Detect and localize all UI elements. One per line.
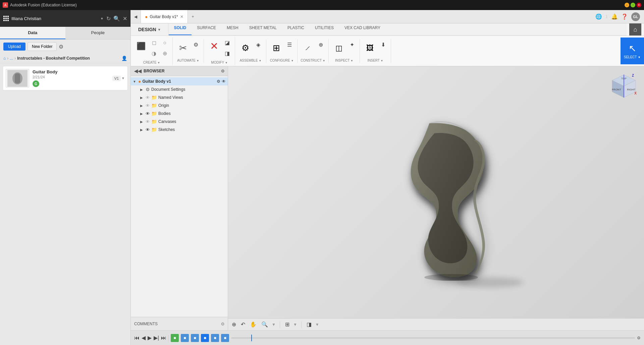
- create-box-button[interactable]: ◻: [149, 38, 159, 48]
- tab-plastic[interactable]: PLASTIC: [282, 23, 310, 35]
- construct-sub-button[interactable]: ⊕: [316, 40, 326, 50]
- tab-people[interactable]: People: [65, 27, 131, 39]
- pivot-tool-icon[interactable]: ⊕: [231, 320, 237, 329]
- assemble-sub-button[interactable]: ◈: [253, 40, 263, 50]
- create-sphere-button[interactable]: ○: [160, 38, 170, 48]
- user-dropdown-arrow[interactable]: ▼: [100, 17, 104, 20]
- timeline-marker-3[interactable]: ■: [191, 334, 199, 342]
- modify-press-pull-button[interactable]: ✕: [207, 38, 221, 55]
- configure-sub-button[interactable]: ☰: [284, 40, 294, 50]
- close-window-button[interactable]: ✕: [637, 3, 641, 7]
- viewport-3d[interactable]: TOP FRONT RIGHT Z X ⊕ ↶ ✋ 🔍 ▼: [228, 66, 644, 330]
- timeline-marker-4[interactable]: ■: [201, 334, 209, 342]
- help-icon[interactable]: ❓: [621, 13, 628, 20]
- modify-chamfer-button[interactable]: ◨: [222, 49, 232, 59]
- eye-icon-canvases[interactable]: 👁: [146, 119, 150, 124]
- eye-icon-sketches[interactable]: 👁: [146, 127, 150, 132]
- maximize-button[interactable]: □: [631, 3, 635, 7]
- file-tab[interactable]: ● Guitar Body v1* ✕: [141, 10, 188, 23]
- expand-arrow-named-views[interactable]: ▶: [140, 96, 144, 99]
- timeline-marker-1[interactable]: ■: [171, 334, 179, 342]
- create-new-component-button[interactable]: ⬛: [133, 38, 148, 55]
- tab-sheet-metal[interactable]: SHEET METAL: [244, 23, 282, 35]
- expand-arrow-doc-settings[interactable]: ▶: [140, 88, 144, 91]
- apps-grid-icon[interactable]: [3, 16, 9, 21]
- list-item[interactable]: Guitar Body 2/21/24 G V1 ▼: [3, 66, 128, 90]
- automate-sub-button[interactable]: ⚙: [191, 40, 201, 50]
- inspect-sub-button[interactable]: ✦: [347, 40, 357, 50]
- tree-item-bodies[interactable]: ▶ 👁 📁 Bodies: [131, 110, 228, 118]
- inspect-button[interactable]: ◫: [331, 40, 346, 57]
- expand-arrow-canvases[interactable]: ▶: [140, 120, 144, 124]
- close-panel-button[interactable]: ✕: [123, 15, 127, 22]
- refresh-button[interactable]: ↻: [106, 15, 111, 22]
- timeline-start-button[interactable]: ⏮: [134, 335, 140, 341]
- design-button[interactable]: DESIGN ▼: [135, 25, 164, 34]
- tab-solid[interactable]: SOLID: [169, 23, 192, 35]
- home-crumb[interactable]: ⌂: [3, 56, 6, 61]
- expand-arrow-origin[interactable]: ▶: [140, 104, 144, 108]
- tab-vex-cad[interactable]: VEX CAD LIBRARY: [339, 23, 386, 35]
- create-cylinder-button[interactable]: ◑: [149, 49, 159, 59]
- visual-style-arrow[interactable]: ▼: [315, 322, 319, 327]
- tree-item-named-views[interactable]: ▶ 👁 📁 Named Views: [131, 93, 228, 101]
- display-mode-arrow[interactable]: ▼: [293, 322, 297, 327]
- search-button[interactable]: 🔍: [113, 15, 120, 22]
- browser-collapse-icon[interactable]: ◀◀: [134, 68, 142, 74]
- tab-data[interactable]: Data: [0, 27, 65, 39]
- timeline-marker-5[interactable]: ■: [211, 334, 219, 342]
- comments-expand-icon[interactable]: ⊙: [221, 322, 224, 326]
- tree-item-doc-settings[interactable]: ▶ ⚙ Document Settings: [131, 85, 228, 93]
- timeline-prev-button[interactable]: ◀: [142, 335, 146, 341]
- zoom-tool-icon[interactable]: 🔍: [260, 320, 269, 329]
- browser-close-icon[interactable]: ⊙: [221, 69, 224, 73]
- timeline-settings-icon[interactable]: ⚙: [637, 336, 641, 340]
- select-button[interactable]: ↖ SELECT ▼: [621, 38, 644, 64]
- timeline-play-button[interactable]: ▶: [148, 335, 152, 341]
- insert-image-button[interactable]: 🖼: [363, 40, 377, 57]
- eye-icon-bodies[interactable]: 👁: [146, 111, 150, 116]
- orbit-tool-icon[interactable]: ↶: [240, 320, 246, 329]
- timeline-track[interactable]: [231, 337, 635, 339]
- tree-eye-icon-root[interactable]: 👁: [222, 79, 226, 84]
- create-torus-button[interactable]: ⊕: [160, 49, 170, 59]
- upload-button[interactable]: Upload: [3, 43, 25, 51]
- tree-settings-icon-root[interactable]: ⚙: [217, 79, 220, 84]
- tree-item-root[interactable]: ▼ ● Guitar Body v1 ⚙ 👁: [131, 77, 228, 85]
- pan-tool-icon[interactable]: ✋: [249, 320, 258, 329]
- globe-icon[interactable]: 🌐: [595, 13, 602, 20]
- display-mode-icon[interactable]: ⊞: [284, 320, 290, 329]
- tab-close-icon[interactable]: ✕: [180, 14, 183, 19]
- tree-item-origin[interactable]: ▶ 👁 📁 Origin: [131, 101, 228, 110]
- home-button[interactable]: ⌂: [629, 23, 641, 36]
- version-arrow[interactable]: ▼: [121, 76, 125, 80]
- ellipsis-crumb[interactable]: ...: [10, 56, 13, 61]
- timeline-marker-6[interactable]: ■: [221, 334, 229, 342]
- construct-button[interactable]: ⟋: [300, 40, 315, 57]
- tab-surface[interactable]: SURFACE: [192, 23, 221, 35]
- timeline-marker-2[interactable]: ■: [181, 334, 189, 342]
- tree-item-sketches[interactable]: ▶ 👁 📁 Sketches: [131, 126, 228, 134]
- configure-button[interactable]: ⊞: [269, 40, 284, 57]
- minimize-button[interactable]: −: [625, 3, 629, 7]
- timeline-next-button[interactable]: ▶|: [154, 335, 159, 341]
- eye-icon-named-views[interactable]: 👁: [146, 95, 150, 100]
- tab-back-button[interactable]: ◀: [131, 10, 141, 23]
- expand-arrow-bodies[interactable]: ▶: [140, 112, 144, 116]
- insert-sub-button[interactable]: ⬇: [378, 40, 388, 50]
- zoom-icon-arrow[interactable]: ▼: [272, 322, 276, 327]
- share-icon[interactable]: 👤: [121, 56, 127, 61]
- compass-cube[interactable]: TOP FRONT RIGHT Z X: [610, 73, 637, 100]
- expand-arrow-sketches[interactable]: ▶: [140, 128, 144, 132]
- version-badge[interactable]: V1: [112, 76, 121, 81]
- expand-arrow-root[interactable]: ▼: [133, 80, 137, 83]
- tree-item-canvases[interactable]: ▶ 👁 📁 Canvases: [131, 118, 228, 126]
- new-folder-button[interactable]: New Folder: [28, 42, 57, 51]
- visual-style-icon[interactable]: ◨: [306, 320, 313, 329]
- bell-icon[interactable]: 🔔: [611, 13, 618, 20]
- tab-utilities[interactable]: UTILITIES: [310, 23, 339, 35]
- avatar[interactable]: GL: [631, 12, 640, 21]
- timeline-end-button[interactable]: ⏭: [161, 335, 166, 341]
- tab-mesh[interactable]: MESH: [221, 23, 244, 35]
- add-tab-button[interactable]: ＋: [188, 10, 198, 23]
